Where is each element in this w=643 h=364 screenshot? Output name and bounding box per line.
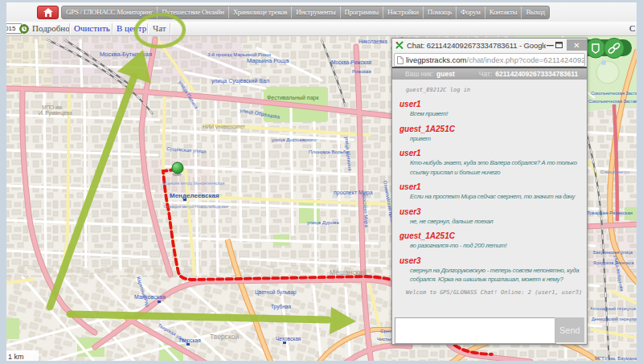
tab-contacts[interactable]: Контакты [485, 6, 522, 18]
svg-text:Сокольническая Застава: Сокольническая Застава [591, 91, 637, 96]
toolbar-separator [69, 23, 71, 34]
clock-icon[interactable] [19, 24, 29, 34]
svg-text:Москва-Рижская: Москва-Рижская [331, 59, 372, 65]
message-author: user3 [399, 256, 580, 266]
svg-text:Менделеевская: Менделеевская [170, 192, 219, 199]
chat-message: user1 Кто-нибудь знает, куда это Валера … [399, 148, 580, 177]
tab-settings[interactable]: Настройки [383, 6, 423, 18]
svg-text:Трубная: Трубная [271, 304, 291, 310]
message-text: ссылку прислал и больше ничего [399, 168, 580, 178]
chat-id-label: Чат: [479, 70, 492, 78]
toolbar-detail[interactable]: Подробно [32, 22, 70, 35]
svg-text:улица Достоевского: улица Достоевского [272, 137, 317, 142]
tab-track-storage[interactable]: Хранилище треков [228, 6, 292, 18]
svg-text:Аптекарский переулок: Аптекарский переулок [590, 306, 637, 311]
chat-id-value: 6211424092673334783611 [495, 70, 578, 78]
svg-text:Цветной бульвар: Цветной бульвар [255, 289, 297, 296]
send-button[interactable]: Send [555, 317, 584, 342]
toolbar-separator [170, 23, 171, 34]
svg-text:Бакунинская улица: Бакунинская улица [593, 250, 633, 255]
svg-text:МГТУ им. Баумана: МГТУ им. Баумана [595, 356, 637, 361]
chat-text-input[interactable] [395, 317, 556, 344]
tab-forum[interactable]: Форум [456, 6, 485, 18]
svg-text:Москва-Бутырская: Москва-Бутырская [100, 51, 152, 58]
nick-label: Ваш ник: [405, 70, 433, 78]
tab-help[interactable]: Помощь [423, 6, 456, 18]
svg-text:улица Дурова: улица Дурова [307, 219, 339, 225]
chat-message: user1 Если на проспект Мира сейчас сверн… [399, 182, 580, 202]
message-author: user1 [399, 148, 580, 158]
toolbar-chat[interactable]: Чат [153, 22, 166, 35]
chat-window-titlebar[interactable]: Chat: 6211424092673334783611 - Google… –… [392, 39, 587, 51]
message-text: не, не свернул, дальше поехал [399, 217, 580, 227]
message-text: Всем привет! [399, 109, 580, 119]
tab-programs[interactable]: Программы [340, 6, 383, 18]
svg-text:МПО им.: МПО им. [42, 104, 63, 110]
svg-text:Николаевка: Николаевка [358, 39, 387, 44]
message-text: Кто-нибудь знает, куда это Валера собрал… [399, 158, 580, 168]
chat-message: guest_1A251C во разогнался-то - под 200 … [399, 231, 580, 251]
toolbar-clear[interactable]: Очистить [74, 22, 110, 35]
chat-message: user3 свернул на Долгоруковскую - теперь… [399, 256, 580, 284]
close-button[interactable]: ✕ [567, 39, 587, 51]
message-author: guest_1A251C [399, 124, 580, 134]
svg-text:Товарная-Рязанская: Товарная-Рязанская [587, 211, 633, 215]
message-author: user1 [399, 99, 580, 109]
message-text: собрался. Юрка на шашлык приглашал, може… [399, 275, 580, 284]
message-author: user3 [399, 207, 580, 217]
svg-text:НИИ университет: НИИ университет [203, 124, 245, 130]
map-toolbar: Подробно Очистить В центр Чат С [6, 22, 637, 36]
svg-text:Сокольническая Застава: Сокольническая Застава [588, 99, 637, 104]
nav-tab-band: GPS / ГЛОНАСС Мониторинг Путешествие Онл… [61, 6, 550, 19]
message-text: привет [399, 134, 580, 144]
app-page: GPS / ГЛОНАСС Мониторинг Путешествие Онл… [6, 2, 637, 361]
tab-travel-online[interactable]: Путешествие Онлайн [157, 6, 227, 18]
system-message: Welcom to GPS/GLONASS Chat! Online: 2 (u… [399, 289, 580, 296]
toolbar-right-text: С [629, 22, 635, 35]
svg-text:Марьина Роща: Марьина Роща [247, 57, 289, 64]
svg-text:Тверская: Тверская [178, 337, 201, 344]
main-navigation: GPS / ГЛОНАСС Мониторинг Путешествие Онл… [6, 2, 637, 22]
chat-message: guest_1A251C привет [399, 124, 580, 144]
nick-value: guest [436, 70, 455, 78]
tab-monitoring[interactable]: GPS / ГЛОНАСС Мониторинг [62, 6, 157, 18]
chat-input-row: Send [392, 316, 587, 344]
svg-text:Тверской: Тверской [210, 333, 239, 341]
share-button-icon[interactable] [586, 39, 605, 58]
svg-text:Станция метро Менделеевская: Станция метро Менделеевская [162, 181, 225, 186]
maximize-icon [555, 42, 563, 48]
system-message: guest_89212C log in [399, 87, 580, 93]
chat-message: user3 не, не свернул, дальше поехал [399, 207, 580, 227]
svg-text:проспект Мира: проспект Мира [334, 190, 373, 196]
map-scale: 1 km [6, 350, 39, 361]
svg-text:Рижская: Рижская [352, 69, 371, 74]
chat-messages[interactable]: guest_89212C log in user1 Всем привет! g… [392, 80, 587, 316]
toolbar-separator [112, 23, 113, 34]
tab-logout[interactable]: Выход [521, 6, 549, 18]
svg-text:Маяковская: Маяковская [134, 294, 166, 300]
message-author: user1 [399, 182, 580, 192]
svg-text:Чеховская: Чеховская [276, 336, 301, 342]
chat-favicon [395, 41, 403, 49]
message-text: во разогнался-то - под 200 летит! [399, 241, 580, 251]
svg-text:Станция метро Новослободская: Станция метро Новослободская [164, 204, 228, 209]
maximize-button[interactable] [555, 40, 563, 51]
chat-message: user1 Всем привет! [399, 99, 580, 119]
chat-header: Ваш ник: guest Чат: 62114240926733347836… [392, 68, 587, 80]
svg-text:Станция метро: Станция метро [600, 170, 629, 174]
minimize-button[interactable]: – [546, 40, 555, 51]
svg-text:И. Румянцева: И. Румянцева [39, 110, 72, 117]
tab-tools[interactable]: Инструменты [291, 6, 339, 18]
svg-text:Мещанский: Мещанский [330, 268, 367, 276]
svg-text:3-й проезд Марьиной Рощи: 3-й проезд Марьиной Рощи [207, 51, 271, 57]
svg-text:Фестивальный парк: Фестивальный парк [267, 95, 319, 101]
svg-text:Площадь Борьбы: Площадь Борьбы [309, 149, 350, 154]
home-icon [43, 8, 53, 17]
home-button[interactable] [37, 6, 59, 19]
toolbar-center[interactable]: В центр [117, 22, 146, 35]
svg-text:улица Сущёвский Вал: улица Сущёвский Вал [211, 78, 269, 84]
message-author: guest_1A251C [399, 231, 580, 241]
url-path: /chat/index.php?code=621142409267 [467, 55, 586, 64]
browser-url-bar[interactable]: livegpstracks.com/chat/index.php?code=62… [392, 51, 587, 68]
svg-text:Фридриха Энгельса: Фридриха Энгельса [593, 260, 635, 265]
